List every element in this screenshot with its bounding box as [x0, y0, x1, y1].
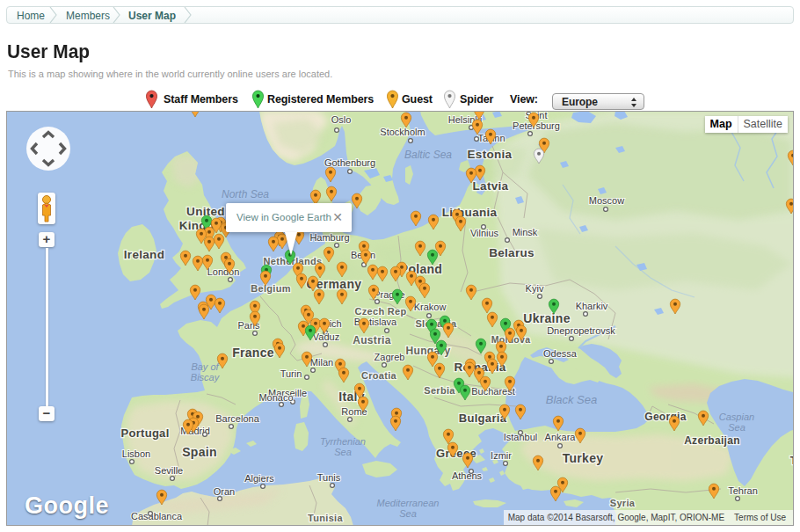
svg-text:Seville: Seville [155, 465, 183, 476]
svg-text:Oslo: Oslo [331, 114, 352, 125]
svg-text:Odessa: Odessa [543, 348, 578, 359]
svg-text:Vilnius: Vilnius [470, 228, 499, 238]
svg-text:Czech Rep: Czech Rep [355, 306, 407, 317]
svg-text:Stockholm: Stockholm [380, 127, 425, 137]
svg-text:Bulgaria: Bulgaria [459, 412, 507, 425]
svg-text:Tehran: Tehran [728, 485, 758, 496]
svg-text:Syria: Syria [610, 498, 636, 508]
svg-text:France: France [232, 346, 274, 360]
svg-text:Tunis: Tunis [317, 472, 341, 483]
svg-text:Krakow: Krakow [414, 302, 447, 312]
svg-text:Mediterranean: Mediterranean [377, 498, 440, 508]
svg-text:Gothenburg: Gothenburg [324, 157, 375, 168]
svg-text:Athens: Athens [452, 470, 483, 481]
svg-text:Latvia: Latvia [473, 179, 509, 193]
svg-text:Ukraine: Ukraine [523, 311, 570, 325]
svg-text:Monaco: Monaco [258, 392, 293, 403]
svg-text:North Sea: North Sea [222, 188, 269, 200]
svg-text:Oran: Oran [214, 486, 235, 497]
svg-text:Georgia: Georgia [644, 411, 686, 423]
svg-text:Sea: Sea [728, 422, 745, 433]
svg-text:Casablanca: Casablanca [131, 511, 183, 521]
svg-text:Zagreb: Zagreb [375, 352, 405, 362]
svg-text:Hamburg: Hamburg [309, 232, 349, 243]
svg-text:Tyrrhenian: Tyrrhenian [320, 436, 366, 447]
svg-text:Austria: Austria [353, 334, 390, 346]
svg-text:Tu: Tu [790, 455, 793, 467]
svg-text:Vaduz: Vaduz [313, 332, 339, 342]
svg-text:Algiers: Algiers [244, 473, 274, 484]
svg-text:Croatia: Croatia [361, 370, 397, 381]
svg-text:Lisbon: Lisbon [122, 448, 150, 459]
svg-text:Portugal: Portugal [120, 426, 169, 440]
svg-text:Milan: Milan [310, 357, 333, 368]
svg-text:Sea: Sea [334, 447, 352, 457]
svg-text:Minsk: Minsk [513, 227, 538, 237]
svg-text:Azerbaijan: Azerbaijan [684, 434, 740, 447]
svg-text:Turkey: Turkey [563, 451, 604, 465]
svg-text:Belgium: Belgium [251, 283, 291, 294]
svg-text:Lithuania: Lithuania [442, 206, 498, 219]
svg-text:Ankara: Ankara [545, 432, 577, 442]
svg-text:Turin: Turin [280, 368, 302, 379]
svg-text:Barcelona: Barcelona [215, 413, 259, 424]
svg-text:Bay of: Bay of [191, 361, 219, 372]
svg-text:Tunisia: Tunisia [308, 513, 343, 523]
svg-text:Biscay: Biscay [191, 372, 221, 383]
svg-text:Serbia: Serbia [424, 385, 455, 396]
svg-text:Kharkiv: Kharkiv [576, 301, 608, 311]
svg-text:Baltic Sea: Baltic Sea [404, 149, 452, 161]
svg-text:London: London [207, 266, 240, 277]
svg-text:Dnepropetrovsk: Dnepropetrovsk [547, 325, 615, 336]
svg-text:Spain: Spain [182, 445, 217, 459]
svg-text:Sea: Sea [399, 508, 417, 519]
svg-text:Izmir: Izmir [491, 450, 512, 461]
svg-text:Belarus: Belarus [489, 246, 535, 259]
svg-text:Ireland: Ireland [124, 248, 164, 261]
svg-text:Black Sea: Black Sea [546, 393, 598, 406]
svg-text:Moscow: Moscow [589, 195, 624, 206]
svg-text:Caspian: Caspian [719, 412, 754, 422]
svg-text:Kyiv: Kyiv [526, 283, 544, 294]
svg-text:Estonia: Estonia [468, 148, 513, 161]
